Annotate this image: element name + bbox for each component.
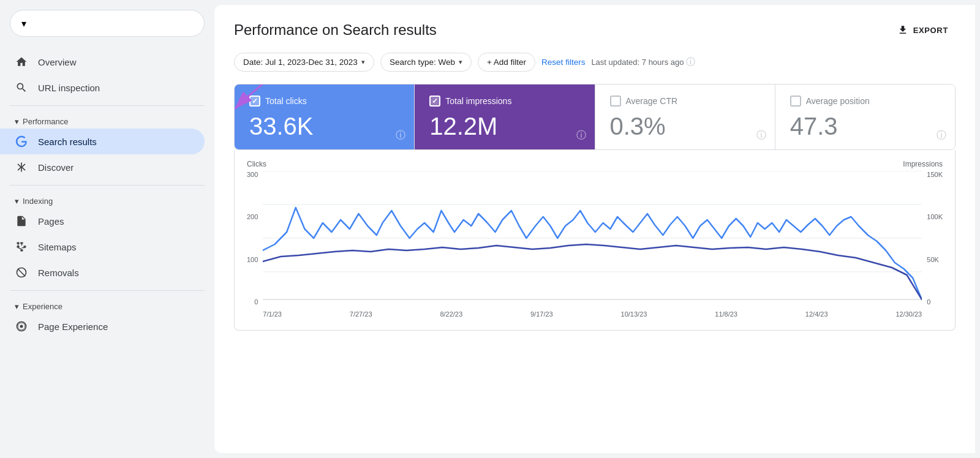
svg-rect-0: [17, 242, 20, 244]
total-clicks-checkbox[interactable]: [249, 96, 260, 107]
page-experience-icon: [15, 320, 28, 333]
reset-filters-button[interactable]: Reset filters: [541, 58, 585, 67]
sidebar-item-overview[interactable]: Overview: [0, 49, 205, 75]
metric-card-average-position[interactable]: Average position 47.3 ⓘ: [775, 84, 955, 149]
y-right-50k: 50K: [927, 256, 939, 263]
average-position-help-icon: ⓘ: [937, 129, 946, 142]
search-type-arrow: ▾: [459, 58, 462, 66]
x-label-6: 12/4/23: [805, 310, 828, 318]
total-impressions-value: 12.2M: [429, 113, 579, 140]
total-impressions-header: Total impressions: [429, 96, 579, 107]
svg-line-10: [18, 269, 26, 277]
total-clicks-label: Total clicks: [265, 96, 307, 106]
average-ctr-header: Average CTR: [610, 96, 760, 107]
export-button[interactable]: EXPORT: [890, 20, 956, 40]
x-label-2: 8/22/23: [440, 310, 462, 318]
property-selector[interactable]: ▾: [10, 10, 205, 37]
property-selector-arrow: ▾: [21, 18, 26, 29]
divider-2: [10, 185, 205, 186]
y-axis-left: 300 200 100 0: [247, 171, 263, 306]
average-position-checkbox[interactable]: [790, 96, 801, 107]
sidebar-item-removals-label: Removals: [38, 268, 79, 278]
total-impressions-checkbox[interactable]: [429, 96, 440, 107]
y-left-100: 100: [247, 256, 258, 263]
y-right-0: 0: [927, 298, 930, 306]
removals-icon: [15, 266, 28, 279]
y-left-200: 200: [247, 213, 258, 220]
average-ctr-value: 0.3%: [610, 113, 760, 140]
asterisk-icon: [15, 160, 28, 174]
sidebar-item-url-inspection-label: URL inspection: [38, 83, 100, 93]
x-label-1: 7/27/23: [350, 310, 372, 318]
metric-card-average-ctr[interactable]: Average CTR 0.3% ⓘ: [595, 84, 775, 149]
chart-axis-labels: Clicks Impressions: [247, 160, 943, 168]
svg-rect-4: [20, 249, 23, 251]
add-filter-label: + Add filter: [487, 58, 526, 67]
export-label: EXPORT: [913, 26, 948, 35]
chart-y-right-label: Impressions: [903, 160, 943, 168]
search-type-label: Search type: Web: [390, 58, 455, 67]
sidebar-item-discover[interactable]: Discover: [0, 154, 205, 180]
chevron-down-icon: ▾: [15, 117, 19, 126]
sidebar-item-discover-label: Discover: [38, 162, 74, 173]
experience-section-label: ▾ Experience: [0, 296, 214, 313]
total-clicks-help-icon: ⓘ: [396, 129, 405, 142]
y-right-100k: 100K: [927, 213, 943, 220]
average-position-label: Average position: [806, 96, 870, 106]
sidebar-item-sitemaps-label: Sitemaps: [38, 242, 77, 252]
x-label-0: 7/1/23: [263, 310, 282, 318]
search-type-filter[interactable]: Search type: Web ▾: [380, 53, 472, 72]
x-label-5: 11/8/23: [715, 310, 737, 318]
average-position-value: 47.3: [790, 113, 940, 140]
metric-card-total-clicks[interactable]: Total clicks 33.6K ⓘ: [235, 84, 415, 149]
sidebar-item-sitemaps[interactable]: Sitemaps: [0, 234, 205, 260]
home-icon: [15, 55, 28, 69]
date-filter[interactable]: Date: Jul 1, 2023-Dec 31, 2023 ▾: [234, 53, 374, 72]
y-right-150k: 150K: [927, 171, 943, 178]
sidebar-item-page-experience-label: Page Experience: [38, 321, 108, 332]
experience-chevron-icon: ▾: [15, 302, 19, 311]
sidebar-item-removals[interactable]: Removals: [0, 260, 205, 285]
sidebar-item-search-results-label: Search results: [38, 137, 97, 147]
total-clicks-value: 33.6K: [249, 113, 399, 140]
metric-cards: Total clicks 33.6K ⓘ Total impressions 1…: [234, 84, 956, 150]
chart-svg-wrapper: 7/1/23 7/27/23 8/22/23 9/17/23 10/13/23 …: [263, 171, 922, 318]
average-ctr-help-icon: ⓘ: [756, 129, 766, 142]
y-left-300: 300: [247, 171, 258, 178]
x-axis-labels: 7/1/23 7/27/23 8/22/23 9/17/23 10/13/23 …: [263, 308, 922, 318]
last-updated-text: Last updated: 7 hours ago ⓘ: [591, 56, 695, 68]
indexing-section-label: ▾ Indexing: [0, 190, 214, 208]
page-header: Performance on Search results EXPORT: [234, 20, 956, 40]
page-title: Performance on Search results: [234, 21, 437, 39]
sidebar-item-search-results[interactable]: Search results: [0, 129, 205, 154]
chart-svg: [263, 171, 922, 306]
filters-row: Date: Jul 1, 2023-Dec 31, 2023 ▾ Search …: [234, 53, 956, 72]
export-icon: [897, 24, 908, 36]
chart-area: 300 200 100 0: [247, 171, 943, 318]
chart-y-left-label: Clicks: [247, 160, 266, 168]
date-filter-arrow: ▾: [361, 58, 365, 66]
indexing-chevron-icon: ▾: [15, 197, 19, 206]
svg-line-7: [18, 248, 22, 250]
sidebar: ▾ Overview URL inspection ▾ Performance …: [0, 0, 214, 458]
total-impressions-label: Total impressions: [445, 96, 511, 106]
x-label-3: 9/17/23: [530, 310, 553, 318]
search-icon: [15, 81, 28, 94]
sidebar-item-pages[interactable]: Pages: [0, 208, 205, 234]
sidebar-item-url-inspection[interactable]: URL inspection: [0, 75, 205, 100]
x-label-7: 12/30/23: [895, 310, 922, 318]
google-g-icon: [15, 135, 28, 148]
add-filter-button[interactable]: + Add filter: [478, 53, 535, 72]
metric-card-total-impressions[interactable]: Total impressions 12.2M ⓘ: [415, 84, 595, 149]
sitemaps-icon: [15, 240, 28, 253]
sidebar-item-page-experience[interactable]: Page Experience: [0, 313, 205, 339]
y-axis-right: 150K 100K 50K 0: [922, 171, 943, 306]
help-circle-icon: ⓘ: [686, 56, 695, 68]
y-left-0: 0: [254, 298, 258, 306]
average-ctr-checkbox[interactable]: [610, 96, 621, 107]
sidebar-item-overview-label: Overview: [38, 57, 77, 67]
average-ctr-label: Average CTR: [626, 96, 678, 106]
divider-3: [10, 290, 205, 291]
main-content: Performance on Search results EXPORT Dat…: [214, 5, 975, 453]
date-filter-label: Date: Jul 1, 2023-Dec 31, 2023: [243, 58, 358, 67]
